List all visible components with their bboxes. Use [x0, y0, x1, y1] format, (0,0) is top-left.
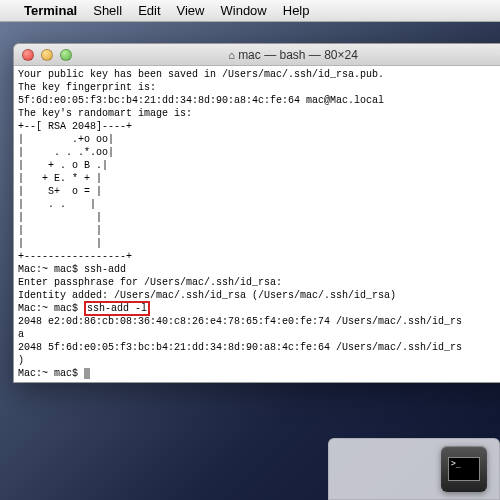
- menu-window[interactable]: Window: [221, 3, 267, 18]
- terminal-content[interactable]: Your public key has been saved in /Users…: [14, 66, 500, 382]
- highlighted-command: ssh-add -l: [84, 301, 150, 316]
- term-line: +--[ RSA 2048]----+: [18, 121, 132, 132]
- terminal-icon-glyph: >_: [448, 457, 480, 481]
- terminal-window: ⌂ mac — bash — 80×24 Your public key has…: [13, 43, 500, 383]
- term-line: | .+o oo|: [18, 134, 114, 145]
- term-line: | + . o B .|: [18, 160, 108, 171]
- term-line: | S+ o = |: [18, 186, 102, 197]
- term-line: Enter passphrase for /Users/mac/.ssh/id_…: [18, 277, 282, 288]
- term-line: | |: [18, 212, 102, 223]
- term-prompt: Mac:~ mac$: [18, 368, 84, 379]
- term-line: | . . .*.oo|: [18, 147, 114, 158]
- titlebar[interactable]: ⌂ mac — bash — 80×24: [14, 44, 500, 66]
- minimize-button[interactable]: [41, 49, 53, 61]
- term-line: 5f:6d:e0:05:f3:bc:b4:21:dd:34:8d:90:a8:4…: [18, 95, 384, 106]
- term-line: ): [18, 355, 24, 366]
- term-line: | |: [18, 238, 102, 249]
- home-icon: ⌂: [228, 49, 235, 61]
- close-button[interactable]: [22, 49, 34, 61]
- menu-shell[interactable]: Shell: [93, 3, 122, 18]
- term-line: The key's randomart image is:: [18, 108, 192, 119]
- term-prompt: Mac:~ mac$: [18, 303, 84, 314]
- term-line: a: [18, 329, 24, 340]
- term-line: Mac:~ mac$ ssh-add: [18, 264, 126, 275]
- term-line: | + E. * + |: [18, 173, 102, 184]
- menu-view[interactable]: View: [177, 3, 205, 18]
- window-controls: [22, 49, 72, 61]
- window-title: ⌂ mac — bash — 80×24: [14, 48, 500, 62]
- term-line: Identity added: /Users/mac/.ssh/id_rsa (…: [18, 290, 396, 301]
- term-line: | |: [18, 225, 102, 236]
- term-line: The key fingerprint is:: [18, 82, 156, 93]
- term-line: 2048 5f:6d:e0:05:f3:bc:b4:21:dd:34:8d:90…: [18, 342, 462, 353]
- menu-edit[interactable]: Edit: [138, 3, 160, 18]
- term-line: 2048 e2:0d:86:cb:08:36:40:c8:26:e4:78:65…: [18, 316, 462, 327]
- app-name[interactable]: Terminal: [24, 3, 77, 18]
- menu-help[interactable]: Help: [283, 3, 310, 18]
- dock-terminal-icon[interactable]: >_: [441, 446, 487, 492]
- term-line: +-----------------+: [18, 251, 132, 262]
- cursor: [84, 368, 90, 379]
- dock: >_: [328, 438, 500, 500]
- term-line: Your public key has been saved in /Users…: [18, 69, 384, 80]
- term-line: | . . |: [18, 199, 96, 210]
- menubar: Terminal Shell Edit View Window Help: [0, 0, 500, 22]
- zoom-button[interactable]: [60, 49, 72, 61]
